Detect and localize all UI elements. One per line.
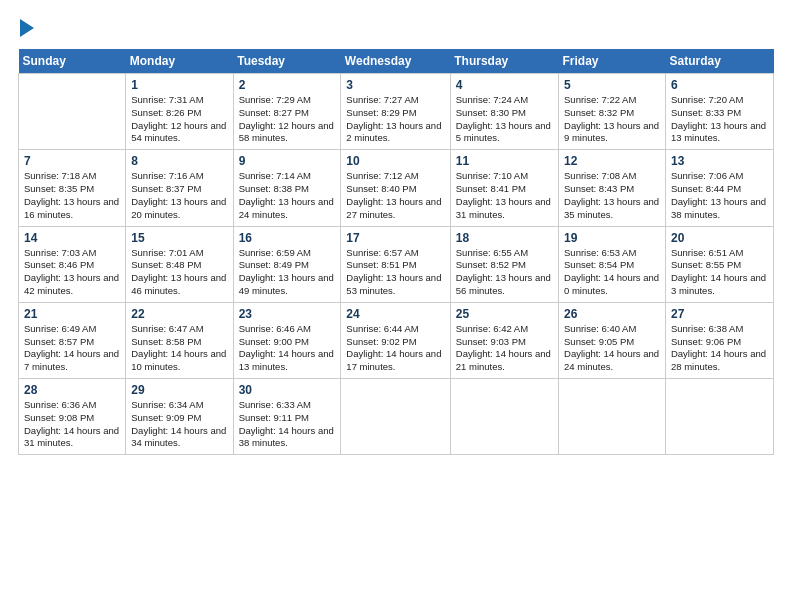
calendar-cell: 3Sunrise: 7:27 AM Sunset: 8:29 PM Daylig… (341, 74, 450, 150)
calendar-cell: 23Sunrise: 6:46 AM Sunset: 9:00 PM Dayli… (233, 302, 341, 378)
day-number: 8 (131, 154, 227, 168)
logo (18, 18, 36, 37)
calendar-cell: 8Sunrise: 7:16 AM Sunset: 8:37 PM Daylig… (126, 150, 233, 226)
calendar-cell: 11Sunrise: 7:10 AM Sunset: 8:41 PM Dayli… (450, 150, 558, 226)
day-info: Sunrise: 6:46 AM Sunset: 9:00 PM Dayligh… (239, 323, 336, 374)
calendar-cell: 2Sunrise: 7:29 AM Sunset: 8:27 PM Daylig… (233, 74, 341, 150)
day-info: Sunrise: 7:06 AM Sunset: 8:44 PM Dayligh… (671, 170, 768, 221)
calendar-cell: 22Sunrise: 6:47 AM Sunset: 8:58 PM Dayli… (126, 302, 233, 378)
header (18, 18, 774, 37)
calendar-cell: 17Sunrise: 6:57 AM Sunset: 8:51 PM Dayli… (341, 226, 450, 302)
day-info: Sunrise: 6:36 AM Sunset: 9:08 PM Dayligh… (24, 399, 120, 450)
day-number: 13 (671, 154, 768, 168)
day-number: 12 (564, 154, 660, 168)
calendar-cell: 1Sunrise: 7:31 AM Sunset: 8:26 PM Daylig… (126, 74, 233, 150)
day-info: Sunrise: 7:03 AM Sunset: 8:46 PM Dayligh… (24, 247, 120, 298)
day-number: 22 (131, 307, 227, 321)
day-info: Sunrise: 7:08 AM Sunset: 8:43 PM Dayligh… (564, 170, 660, 221)
day-info: Sunrise: 6:55 AM Sunset: 8:52 PM Dayligh… (456, 247, 553, 298)
day-info: Sunrise: 7:01 AM Sunset: 8:48 PM Dayligh… (131, 247, 227, 298)
calendar-cell: 5Sunrise: 7:22 AM Sunset: 8:32 PM Daylig… (559, 74, 666, 150)
day-number: 17 (346, 231, 444, 245)
calendar-week-row: 21Sunrise: 6:49 AM Sunset: 8:57 PM Dayli… (19, 302, 774, 378)
weekday-header: Saturday (665, 49, 773, 74)
calendar-week-row: 1Sunrise: 7:31 AM Sunset: 8:26 PM Daylig… (19, 74, 774, 150)
calendar-cell: 19Sunrise: 6:53 AM Sunset: 8:54 PM Dayli… (559, 226, 666, 302)
calendar-table: SundayMondayTuesdayWednesdayThursdayFrid… (18, 49, 774, 455)
day-info: Sunrise: 6:47 AM Sunset: 8:58 PM Dayligh… (131, 323, 227, 374)
calendar-cell: 21Sunrise: 6:49 AM Sunset: 8:57 PM Dayli… (19, 302, 126, 378)
calendar-week-row: 28Sunrise: 6:36 AM Sunset: 9:08 PM Dayli… (19, 379, 774, 455)
day-number: 16 (239, 231, 336, 245)
calendar-cell: 18Sunrise: 6:55 AM Sunset: 8:52 PM Dayli… (450, 226, 558, 302)
day-info: Sunrise: 7:18 AM Sunset: 8:35 PM Dayligh… (24, 170, 120, 221)
day-number: 2 (239, 78, 336, 92)
weekday-header: Thursday (450, 49, 558, 74)
day-info: Sunrise: 6:51 AM Sunset: 8:55 PM Dayligh… (671, 247, 768, 298)
calendar-cell: 4Sunrise: 7:24 AM Sunset: 8:30 PM Daylig… (450, 74, 558, 150)
calendar-cell: 16Sunrise: 6:59 AM Sunset: 8:49 PM Dayli… (233, 226, 341, 302)
weekday-header: Monday (126, 49, 233, 74)
day-info: Sunrise: 7:31 AM Sunset: 8:26 PM Dayligh… (131, 94, 227, 145)
day-info: Sunrise: 6:40 AM Sunset: 9:05 PM Dayligh… (564, 323, 660, 374)
day-number: 23 (239, 307, 336, 321)
day-info: Sunrise: 6:33 AM Sunset: 9:11 PM Dayligh… (239, 399, 336, 450)
day-info: Sunrise: 6:34 AM Sunset: 9:09 PM Dayligh… (131, 399, 227, 450)
page: SundayMondayTuesdayWednesdayThursdayFrid… (0, 0, 792, 612)
day-number: 30 (239, 383, 336, 397)
day-info: Sunrise: 6:53 AM Sunset: 8:54 PM Dayligh… (564, 247, 660, 298)
calendar-cell: 26Sunrise: 6:40 AM Sunset: 9:05 PM Dayli… (559, 302, 666, 378)
day-number: 3 (346, 78, 444, 92)
day-number: 27 (671, 307, 768, 321)
day-info: Sunrise: 7:20 AM Sunset: 8:33 PM Dayligh… (671, 94, 768, 145)
day-number: 6 (671, 78, 768, 92)
day-info: Sunrise: 7:22 AM Sunset: 8:32 PM Dayligh… (564, 94, 660, 145)
day-info: Sunrise: 7:27 AM Sunset: 8:29 PM Dayligh… (346, 94, 444, 145)
calendar-week-row: 14Sunrise: 7:03 AM Sunset: 8:46 PM Dayli… (19, 226, 774, 302)
day-number: 24 (346, 307, 444, 321)
calendar-cell: 9Sunrise: 7:14 AM Sunset: 8:38 PM Daylig… (233, 150, 341, 226)
weekday-header: Tuesday (233, 49, 341, 74)
day-info: Sunrise: 6:38 AM Sunset: 9:06 PM Dayligh… (671, 323, 768, 374)
day-number: 1 (131, 78, 227, 92)
day-info: Sunrise: 7:12 AM Sunset: 8:40 PM Dayligh… (346, 170, 444, 221)
calendar-cell: 28Sunrise: 6:36 AM Sunset: 9:08 PM Dayli… (19, 379, 126, 455)
day-info: Sunrise: 7:14 AM Sunset: 8:38 PM Dayligh… (239, 170, 336, 221)
calendar-week-row: 7Sunrise: 7:18 AM Sunset: 8:35 PM Daylig… (19, 150, 774, 226)
weekday-header: Sunday (19, 49, 126, 74)
day-number: 5 (564, 78, 660, 92)
calendar-cell: 20Sunrise: 6:51 AM Sunset: 8:55 PM Dayli… (665, 226, 773, 302)
day-info: Sunrise: 6:44 AM Sunset: 9:02 PM Dayligh… (346, 323, 444, 374)
day-number: 7 (24, 154, 120, 168)
day-number: 28 (24, 383, 120, 397)
calendar-cell: 29Sunrise: 6:34 AM Sunset: 9:09 PM Dayli… (126, 379, 233, 455)
day-info: Sunrise: 7:29 AM Sunset: 8:27 PM Dayligh… (239, 94, 336, 145)
logo-arrow-icon (20, 19, 34, 37)
day-number: 18 (456, 231, 553, 245)
header-row: SundayMondayTuesdayWednesdayThursdayFrid… (19, 49, 774, 74)
weekday-header: Wednesday (341, 49, 450, 74)
day-number: 11 (456, 154, 553, 168)
day-info: Sunrise: 7:24 AM Sunset: 8:30 PM Dayligh… (456, 94, 553, 145)
day-number: 15 (131, 231, 227, 245)
calendar-cell: 15Sunrise: 7:01 AM Sunset: 8:48 PM Dayli… (126, 226, 233, 302)
day-info: Sunrise: 7:10 AM Sunset: 8:41 PM Dayligh… (456, 170, 553, 221)
calendar-cell (559, 379, 666, 455)
day-number: 14 (24, 231, 120, 245)
day-info: Sunrise: 6:57 AM Sunset: 8:51 PM Dayligh… (346, 247, 444, 298)
day-number: 19 (564, 231, 660, 245)
calendar-cell: 12Sunrise: 7:08 AM Sunset: 8:43 PM Dayli… (559, 150, 666, 226)
day-number: 4 (456, 78, 553, 92)
calendar-cell (665, 379, 773, 455)
calendar-cell (450, 379, 558, 455)
day-number: 20 (671, 231, 768, 245)
day-info: Sunrise: 6:49 AM Sunset: 8:57 PM Dayligh… (24, 323, 120, 374)
calendar-cell: 13Sunrise: 7:06 AM Sunset: 8:44 PM Dayli… (665, 150, 773, 226)
day-number: 25 (456, 307, 553, 321)
calendar-cell: 7Sunrise: 7:18 AM Sunset: 8:35 PM Daylig… (19, 150, 126, 226)
calendar-cell: 6Sunrise: 7:20 AM Sunset: 8:33 PM Daylig… (665, 74, 773, 150)
day-info: Sunrise: 7:16 AM Sunset: 8:37 PM Dayligh… (131, 170, 227, 221)
calendar-cell: 24Sunrise: 6:44 AM Sunset: 9:02 PM Dayli… (341, 302, 450, 378)
calendar-cell: 14Sunrise: 7:03 AM Sunset: 8:46 PM Dayli… (19, 226, 126, 302)
day-number: 29 (131, 383, 227, 397)
